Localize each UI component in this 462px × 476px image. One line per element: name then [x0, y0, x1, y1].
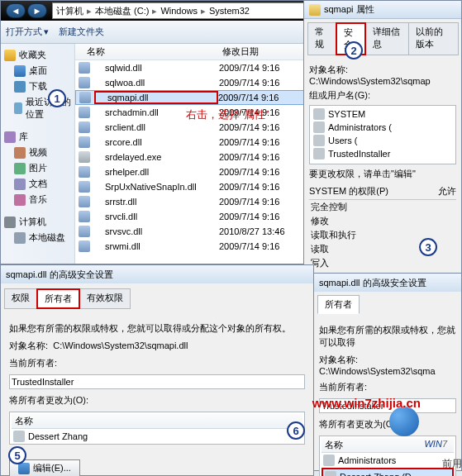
tab-effective[interactable]: 有效权限	[79, 288, 131, 309]
adv1-title: sqmapi.dll 的高级安全设置	[1, 265, 313, 283]
properties-tabs: 常规 安全 详细信息 以前的版本	[304, 19, 461, 55]
owner-choice-row[interactable]: Dessert Zhang	[12, 429, 302, 444]
annotation-badge-6: 6	[287, 421, 305, 440]
tab-general[interactable]: 常规	[307, 22, 336, 55]
explorer-window: ◄ ► 计算机▸ 本地磁盘 (C:)▸ Windows▸ System32 打开…	[0, 0, 314, 264]
forward-button[interactable]: ►	[27, 3, 47, 18]
annotation-badge-5: 5	[8, 446, 26, 464]
sidebar-documents[interactable]: 文档	[2, 176, 73, 192]
owner-hint: 如果您有所需的权限或特权，您就可以取得或分配这个对象的所有权。	[9, 322, 305, 335]
tab-permissions[interactable]: 权限	[4, 288, 37, 309]
file-name: sqmapi.dll	[94, 91, 218, 104]
adv2-tabs: 所有者	[314, 292, 461, 314]
sidebar-videos[interactable]: 视频	[2, 145, 73, 160]
file-icon	[309, 4, 321, 16]
owner-choice-list[interactable]: 名称 Dessert Zhang	[9, 412, 305, 445]
file-date: 2009/7/14 9:16	[219, 122, 310, 132]
dll-icon	[79, 196, 90, 207]
object-name-label: 对象名称:	[309, 64, 348, 74]
file-row[interactable]: SrpUxNativeSnapIn.dll2009/7/14 9:16	[75, 179, 313, 194]
dll-icon	[79, 226, 90, 237]
change-perm-hint: 要更改权限，请单击"编辑"	[309, 168, 456, 180]
tab-details[interactable]: 详细信息	[365, 22, 408, 55]
column-date[interactable]: 修改日期	[222, 45, 313, 58]
current-owner-label: 当前所有者:	[319, 381, 456, 393]
file-row[interactable]: srhelper.dll2009/7/14 9:16	[75, 164, 313, 179]
file-list-header[interactable]: 名称 修改日期	[75, 44, 313, 60]
user-row: Administrators (	[312, 121, 454, 134]
adv1-tabs: 权限 所有者 有效权限	[1, 283, 313, 309]
explorer-toolbar: 打开方式▾ 新建文件夹	[1, 21, 313, 44]
file-row[interactable]: srrstr.dll2009/7/14 9:16	[75, 194, 313, 209]
object-name-value: C:\Windows\System32\sqma	[319, 366, 436, 376]
file-date: 2009/7/14 9:16	[219, 182, 310, 192]
breadcrumb-segment[interactable]: System32	[209, 6, 250, 16]
file-date: 2009/7/14 9:16	[219, 78, 310, 88]
file-name: sqlwid.dll	[93, 63, 219, 73]
exe-icon	[79, 151, 90, 163]
user-row: TrustedInstaller	[312, 147, 454, 160]
file-date: 2009/7/14 9:16	[219, 137, 310, 147]
tab-previous[interactable]: 以前的版本	[408, 22, 459, 55]
user-icon	[313, 148, 325, 159]
allow-label: 允许	[438, 185, 456, 198]
dll-icon	[79, 211, 90, 222]
file-row[interactable]: srcore.dll2009/7/14 9:16	[75, 135, 313, 150]
perm-row: 完全控制	[309, 200, 456, 214]
breadcrumb-segment[interactable]: Windows	[160, 6, 198, 16]
file-row[interactable]: srdelayed.exe2009/7/14 9:16	[75, 150, 313, 164]
watermark-extra: 前用	[442, 457, 462, 471]
organize-menu[interactable]: 打开方式▾	[6, 26, 49, 38]
shield-icon	[18, 463, 30, 474]
user-list[interactable]: SYSTEM Administrators ( Users ( TrustedI…	[309, 105, 456, 164]
back-button[interactable]: ◄	[6, 3, 26, 18]
advanced-security-dialog-1: sqmapi.dll 的高级安全设置 权限 所有者 有效权限 如果您有所需的权限…	[0, 264, 314, 476]
tab-owner[interactable]: 所有者	[317, 295, 360, 314]
file-name: sqlwoa.dll	[93, 78, 219, 88]
callout-text: 右击，选择"属性"	[186, 107, 269, 122]
owner-hint: 如果您有所需的权限或特权，您就可以取得	[319, 324, 456, 349]
file-name: srrstr.dll	[93, 197, 219, 207]
sidebar-library[interactable]: 库	[2, 129, 73, 145]
sidebar-favorites[interactable]: 收藏夹	[2, 47, 73, 63]
sidebar-computer[interactable]: 计算机	[2, 214, 73, 230]
file-date: 2010/8/27 13:46	[219, 226, 310, 236]
user-row: SYSTEM	[312, 107, 454, 121]
file-name: srclient.dll	[93, 122, 219, 132]
column-name: 名称	[12, 414, 302, 429]
file-row[interactable]: sqlwid.dll2009/7/14 9:16	[75, 60, 313, 75]
breadcrumb-segment[interactable]: 本地磁盘 (C:)	[95, 5, 149, 17]
tab-owner[interactable]: 所有者	[36, 288, 80, 309]
newfolder-button[interactable]: 新建文件夹	[59, 26, 104, 38]
sidebar-pictures[interactable]: 图片	[2, 160, 73, 176]
file-row[interactable]: sqlwoa.dll2009/7/14 9:16	[75, 75, 313, 90]
breadcrumb-segment[interactable]: 计算机	[56, 5, 83, 17]
user-icon	[13, 431, 25, 442]
annotation-badge-3: 3	[419, 238, 437, 256]
file-list: 名称 修改日期 sqlwid.dll2009/7/14 9:16sqlwoa.d…	[75, 44, 313, 264]
object-name-value: C:\Windows\System32\sqmap	[309, 76, 431, 86]
file-row[interactable]: srvcli.dll2009/7/14 9:16	[75, 209, 313, 224]
user-icon	[313, 135, 325, 146]
user-icon	[313, 121, 325, 133]
user-icon	[313, 108, 325, 120]
adv2-title: sqmapi.dll 的高级安全设置	[314, 274, 461, 292]
file-date: 2009/7/14 9:16	[218, 93, 309, 102]
dll-icon	[79, 166, 90, 178]
dll-icon	[79, 77, 90, 88]
user-icon	[325, 471, 336, 476]
address-bar[interactable]: 计算机▸ 本地磁盘 (C:)▸ Windows▸ System32	[52, 2, 308, 19]
column-name[interactable]: 名称	[75, 45, 222, 58]
object-name-label: 对象名称:	[319, 355, 358, 364]
file-row[interactable]: srwmi.dll2009/7/14 9:16	[75, 239, 313, 254]
file-row[interactable]: sqmapi.dll2009/7/14 9:16	[75, 90, 313, 105]
change-owner-label: 将所有者更改为(O):	[319, 418, 456, 431]
sidebar-local[interactable]: 本地磁盘	[2, 230, 73, 245]
owner-dessert-row[interactable]: Dessert Zhang (D	[321, 468, 454, 476]
group-icon	[323, 455, 335, 466]
file-name: srdelayed.exe	[93, 152, 219, 162]
sidebar-music[interactable]: 音乐	[2, 192, 73, 207]
file-row[interactable]: srvsvc.dll2010/8/27 13:46	[75, 224, 313, 239]
owner-admins-row[interactable]: Administrators	[321, 453, 454, 468]
sidebar-desktop[interactable]: 桌面	[2, 63, 73, 79]
